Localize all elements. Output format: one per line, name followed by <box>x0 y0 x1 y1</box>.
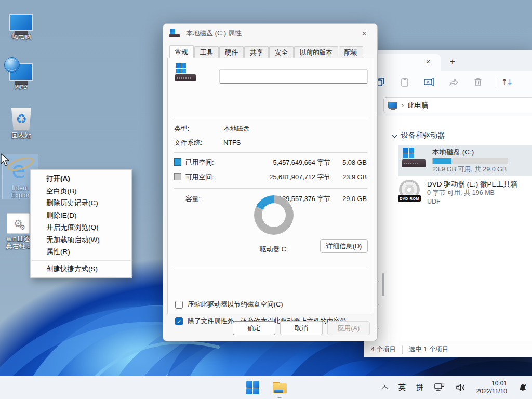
start-button[interactable] <box>244 376 261 399</box>
breadcrumb-item-this-pc[interactable]: 此电脑 <box>408 101 428 110</box>
recycle-bin-icon: ♻ <box>11 108 32 130</box>
toolbar-separator <box>495 76 495 88</box>
volume-label-input[interactable] <box>219 69 368 84</box>
address-bar[interactable]: › 此电脑 <box>383 97 532 113</box>
drive-item-dvd[interactable]: DVD-ROM DVD 驱动器 (E:) 微PE工具箱 0 字节 可用, 共 1… <box>398 180 532 206</box>
clock-date: 2022/11/10 <box>476 388 507 395</box>
drive-caption: 驱动器 C: <box>237 245 310 254</box>
tab-quota[interactable]: 配额 <box>339 46 363 58</box>
taskbar-file-explorer-button[interactable] <box>271 376 288 399</box>
status-selected-count: 选中 1 个项目 <box>409 345 448 354</box>
breadcrumb: › 此电脑 <box>388 101 428 110</box>
taskbar-clock[interactable]: 10:01 2022/11/10 <box>476 380 507 395</box>
menu-item-open[interactable]: 打开(A) <box>31 172 131 185</box>
tab-tools[interactable]: 工具 <box>194 46 219 58</box>
free-space-legend-swatch <box>174 173 181 180</box>
drive-item-c[interactable]: 本地磁盘 (C:) 23.9 GB 可用, 共 29.0 GB <box>398 145 532 176</box>
desktop-icon-label: 回收站 <box>1 132 42 139</box>
rename-icon[interactable]: A <box>421 74 437 90</box>
desktop-icon-network[interactable]: 网络 <box>1 56 42 90</box>
separator <box>174 117 367 117</box>
tab-close-icon[interactable]: × <box>423 57 433 68</box>
delete-icon[interactable] <box>470 74 486 90</box>
desktop-icon-recycle-bin[interactable]: ♻ 回收站 <box>1 105 42 139</box>
menu-item-delete-history[interactable]: 删除历史记录(C) <box>31 197 131 209</box>
compress-checkbox-label: 压缩此驱动器以节约磁盘空间(C) <box>188 300 283 309</box>
drive-usage-bar <box>432 158 508 164</box>
cancel-button[interactable]: 取消 <box>280 321 323 335</box>
compress-checkbox-row[interactable]: 压缩此驱动器以节约磁盘空间(C) <box>175 300 283 309</box>
new-tab-button[interactable]: + <box>447 56 458 68</box>
tab-security[interactable]: 安全 <box>269 46 294 58</box>
close-icon[interactable]: × <box>358 28 370 39</box>
ok-button[interactable]: 确定 <box>233 321 275 335</box>
svg-text:z: z <box>524 383 526 387</box>
script-file-icon: ⚙⚙ <box>7 213 30 234</box>
used-space-bytes: 5,457,649,664 字节 <box>252 158 330 167</box>
windows-logo-icon <box>246 381 259 394</box>
status-separator <box>402 345 403 354</box>
speaker-icon[interactable] <box>456 383 466 392</box>
used-space-legend-swatch <box>174 158 181 166</box>
sort-icon[interactable]: ↑↓ <box>499 74 515 90</box>
disk-properties-dialog: 本地磁盘 (C:) 属性 × 常规 工具 硬件 共享 安全 以前的版本 配额 类… <box>163 23 378 341</box>
explorer-content: 设备和驱动器 本地磁盘 (C:) 23.9 GB 可用, 共 29.0 GB D… <box>388 116 532 341</box>
file-explorer-window: × + A ↑↓ › 此电脑 <box>364 50 532 357</box>
drive-name: 本地磁盘 (C:) <box>432 148 508 156</box>
menu-item-blank-page[interactable]: 空白页(B) <box>31 185 131 197</box>
scrollbar-thumb[interactable] <box>382 273 384 296</box>
network-icon <box>9 63 33 81</box>
menu-item-no-addons[interactable]: 无加载项启动(W) <box>31 234 131 246</box>
ime-language-indicator[interactable]: 英 <box>398 383 406 392</box>
filesystem-value: NTFS <box>223 139 241 147</box>
nav-scrollbar[interactable] <box>381 117 385 336</box>
drive-info: 23.9 GB 可用, 共 29.0 GB <box>432 165 508 174</box>
desktop-icon-this-pc[interactable]: 此电脑 <box>1 6 42 40</box>
chevron-down-icon <box>392 132 397 138</box>
status-item-count: 4 个项目 <box>371 345 396 354</box>
drive-name: DVD 驱动器 (E:) 微PE工具箱 <box>427 180 517 189</box>
running-app-indicator <box>278 397 282 398</box>
apply-button[interactable]: 应用(A) <box>327 321 370 335</box>
general-tab-page: 类型: 本地磁盘 文件系统: NTFS 已用空间: 5,457,649,664 … <box>167 58 374 314</box>
mouse-cursor <box>1 153 12 167</box>
section-header-devices[interactable]: 设备和驱动器 <box>392 131 445 140</box>
used-space-size: 5.08 GB <box>335 158 367 166</box>
menu-item-create-shortcut[interactable]: 创建快捷方式(S) <box>31 263 131 275</box>
capacity-label: 容量: <box>185 195 201 204</box>
breadcrumb-separator-icon: › <box>402 102 404 109</box>
drive-info: 0 字节 可用, 共 196 MB <box>427 189 517 197</box>
explorer-body: 设备和驱动器 本地磁盘 (C:) 23.9 GB 可用, 共 29.0 GB D… <box>364 116 532 341</box>
this-pc-mini-icon <box>388 102 397 109</box>
network-icon[interactable] <box>434 383 445 392</box>
ime-mode-indicator[interactable]: 拼 <box>416 383 423 392</box>
tab-previous-versions[interactable]: 以前的版本 <box>294 46 338 58</box>
tab-sharing[interactable]: 共享 <box>244 46 269 58</box>
type-value: 本地磁盘 <box>223 125 250 134</box>
tab-hardware[interactable]: 硬件 <box>219 46 244 58</box>
share-icon[interactable] <box>446 74 461 90</box>
menu-item-properties[interactable]: 属性(R) <box>31 246 131 258</box>
ie-context-menu: 打开(A) 空白页(B) 删除历史记录(C) 删除IE(D) 开启无痕浏览(Q)… <box>30 169 132 278</box>
menu-separator <box>32 260 130 261</box>
notification-bell-icon[interactable]: z <box>517 382 528 393</box>
details-button[interactable]: 详细信息(D) <box>320 239 368 253</box>
svg-text:A: A <box>427 80 430 85</box>
tab-general[interactable]: 常规 <box>169 45 194 58</box>
explorer-toolbar: A ↑↓ <box>364 71 532 94</box>
dialog-buttons: 确定 取消 应用(A) <box>163 321 370 335</box>
menu-item-inprivate[interactable]: 开启无痕浏览(Q) <box>31 221 131 234</box>
capacity-size: 29.0 GB <box>335 195 367 203</box>
free-space-size: 23.9 GB <box>335 173 367 181</box>
paste-icon[interactable] <box>397 74 413 90</box>
used-space-label: 已用空间: <box>185 158 214 167</box>
menu-item-delete-ie[interactable]: 删除IE(D) <box>31 209 131 222</box>
compress-checkbox[interactable] <box>175 301 183 309</box>
free-space-label: 可用空间: <box>185 173 214 182</box>
separator <box>174 188 367 189</box>
drive-filesystem: UDF <box>427 197 517 206</box>
free-space-bytes: 25,681,907,712 字节 <box>252 173 330 182</box>
dialog-title-bar[interactable]: 本地磁盘 (C:) 属性 × <box>163 24 377 43</box>
explorer-status-bar: 4 个项目 选中 1 个项目 <box>364 341 532 357</box>
globe-icon <box>4 57 20 73</box>
